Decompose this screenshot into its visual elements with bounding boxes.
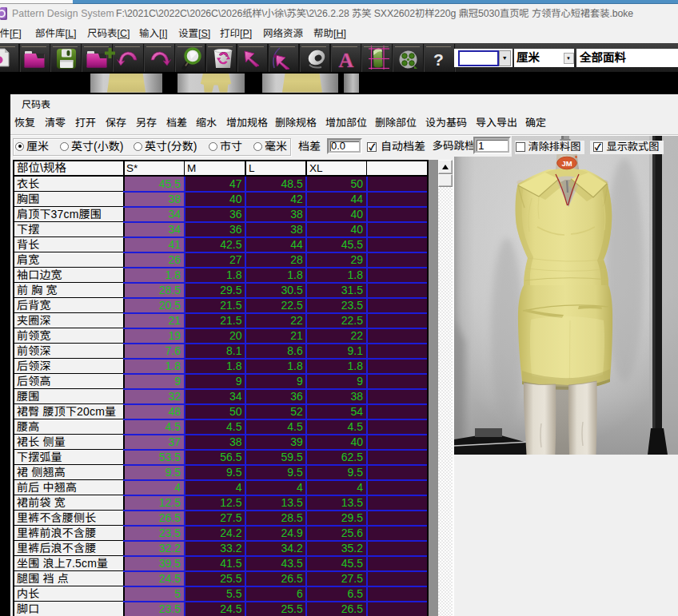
svg-text:JM: JM (561, 159, 572, 168)
svg-text:A: A (339, 49, 354, 70)
